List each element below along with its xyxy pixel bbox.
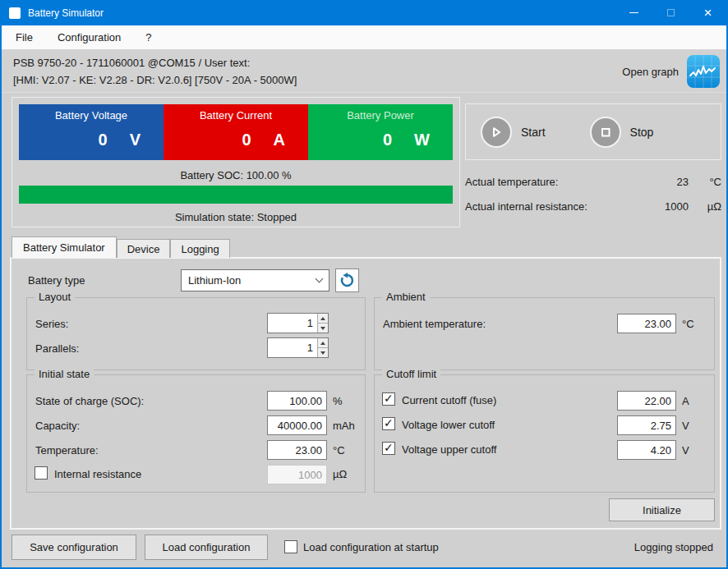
current-cutoff-unit: A bbox=[682, 395, 689, 407]
parallels-spinner bbox=[317, 338, 328, 357]
chevron-down-icon bbox=[316, 275, 324, 283]
stop-icon bbox=[598, 125, 613, 140]
battery-power-value: 0 W bbox=[308, 131, 453, 149]
refresh-battery-type-button[interactable] bbox=[335, 268, 359, 292]
internal-resistance-field bbox=[267, 465, 327, 484]
initialize-button[interactable]: Initialize bbox=[609, 498, 715, 521]
soc-input[interactable] bbox=[268, 392, 326, 410]
series-input[interactable] bbox=[268, 314, 317, 333]
battery-type-label: Battery type bbox=[28, 274, 85, 287]
actual-resistance-label: Actual internal resistance: bbox=[465, 200, 643, 213]
battery-voltage-value: 0 V bbox=[19, 131, 164, 149]
logging-status: Logging stopped bbox=[634, 541, 713, 553]
parallels-spin-up[interactable] bbox=[318, 338, 328, 347]
actual-resistance-row: Actual internal resistance: 1000 µΩ bbox=[465, 194, 721, 218]
arrow-up-icon bbox=[320, 342, 325, 345]
load-configuration-button[interactable]: Load configuration bbox=[145, 535, 268, 560]
capacity-field bbox=[267, 415, 327, 435]
open-graph-control: Open graph bbox=[622, 54, 720, 89]
device-info-line1: PSB 9750-20 - 1711060001 @COM15 / User t… bbox=[13, 54, 297, 71]
initial-state-group: Initial state State of charge (SOC): % C… bbox=[26, 374, 366, 493]
voltage-lower-cutoff-label: Voltage lower cutoff bbox=[402, 419, 495, 431]
device-info-bar: PSB 9750-20 - 1711060001 @COM15 / User t… bbox=[2, 49, 726, 93]
title-bar: Battery Simulator × bbox=[2, 0, 726, 25]
capacity-label: Capacity: bbox=[35, 420, 80, 432]
close-icon: × bbox=[704, 6, 712, 20]
actual-temperature-unit: °C bbox=[689, 176, 721, 188]
voltage-upper-cutoff-label: Voltage upper cutoff bbox=[402, 443, 496, 456]
series-spinner bbox=[317, 314, 328, 333]
stop-control[interactable]: Stop bbox=[590, 117, 654, 148]
ambient-temperature-field bbox=[617, 314, 676, 333]
series-spin-down[interactable] bbox=[318, 323, 328, 333]
menu-configuration[interactable]: Configuration bbox=[45, 25, 133, 49]
capacity-input[interactable] bbox=[268, 416, 326, 434]
arrow-down-icon bbox=[320, 327, 325, 330]
refresh-icon bbox=[339, 273, 355, 288]
soc-unit: % bbox=[333, 395, 343, 407]
current-cutoff-input[interactable] bbox=[618, 392, 675, 410]
battery-power-meter: Battery Power 0 W bbox=[308, 104, 453, 160]
voltage-upper-cutoff-unit: V bbox=[682, 444, 689, 457]
actual-temperature-row: Actual temperature: 23 °C bbox=[465, 169, 721, 194]
battery-type-select[interactable]: Lithium-Ion bbox=[181, 269, 329, 291]
parallels-spin-down[interactable] bbox=[318, 347, 328, 357]
initial-temperature-unit: °C bbox=[333, 444, 345, 457]
play-icon bbox=[489, 125, 504, 140]
voltage-upper-cutoff-field bbox=[617, 440, 676, 460]
close-button[interactable]: × bbox=[689, 0, 726, 25]
app-window: Battery Simulator × File Configuration ?… bbox=[0, 0, 728, 569]
voltage-upper-cutoff-checkbox[interactable] bbox=[382, 442, 395, 455]
parallels-field bbox=[267, 337, 329, 358]
series-field bbox=[267, 313, 329, 333]
ambient-temperature-input[interactable] bbox=[618, 314, 675, 333]
save-configuration-button[interactable]: Save configuration bbox=[12, 535, 136, 560]
actual-temperature-label: Actual temperature: bbox=[465, 176, 643, 188]
window-controls: × bbox=[615, 0, 726, 25]
battery-current-meter: Battery Current 0 A bbox=[164, 104, 308, 160]
battery-soc-label: Battery SOC: 100.00 % bbox=[19, 169, 453, 181]
start-button[interactable] bbox=[481, 117, 512, 148]
current-unit: A bbox=[274, 131, 285, 149]
load-at-startup-checkbox[interactable] bbox=[284, 540, 297, 553]
battery-voltage-title: Battery Voltage bbox=[19, 104, 164, 122]
tab-logging[interactable]: Logging bbox=[170, 239, 229, 258]
device-info: PSB 9750-20 - 1711060001 @COM15 / User t… bbox=[13, 54, 297, 89]
series-label: Series: bbox=[35, 318, 68, 330]
start-control[interactable]: Start bbox=[481, 117, 546, 148]
initial-temperature-input[interactable] bbox=[268, 441, 326, 459]
voltage-lower-cutoff-input[interactable] bbox=[618, 416, 675, 434]
stop-label: Stop bbox=[630, 126, 654, 139]
minimize-button[interactable] bbox=[615, 0, 652, 25]
tab-battery-simulator[interactable]: Battery Simulator bbox=[12, 236, 117, 258]
ambient-group: Ambient Ambient temperature: °C bbox=[374, 297, 715, 370]
power-unit: W bbox=[414, 131, 430, 149]
parallels-label: Parallels: bbox=[35, 342, 79, 355]
voltage-lower-cutoff-field bbox=[617, 415, 676, 435]
maximize-button[interactable] bbox=[652, 0, 689, 25]
graph-icon[interactable] bbox=[687, 55, 720, 88]
current-cutoff-checkbox[interactable] bbox=[382, 392, 395, 406]
current-cutoff-field bbox=[617, 391, 676, 411]
initial-state-group-title: Initial state bbox=[35, 368, 94, 380]
stop-button[interactable] bbox=[590, 117, 621, 148]
arrow-down-icon bbox=[320, 351, 325, 355]
menu-help[interactable]: ? bbox=[133, 25, 164, 49]
internal-resistance-checkbox[interactable] bbox=[35, 466, 48, 480]
battery-current-title: Battery Current bbox=[164, 104, 308, 122]
meter-row: Battery Voltage 0 V Battery Current 0 A … bbox=[19, 104, 453, 160]
load-at-startup-label: Load configuration at startup bbox=[303, 541, 439, 553]
simulation-state-label: Simulation state: Stopped bbox=[19, 211, 453, 223]
start-label: Start bbox=[521, 126, 546, 139]
voltage-lower-cutoff-checkbox[interactable] bbox=[382, 417, 395, 430]
internal-resistance-input[interactable] bbox=[268, 466, 326, 484]
tab-device[interactable]: Device bbox=[117, 239, 171, 258]
ambient-temperature-label: Ambient temperature: bbox=[383, 318, 486, 330]
actual-resistance-unit: µΩ bbox=[689, 200, 721, 213]
parallels-input[interactable] bbox=[268, 338, 317, 357]
initial-temperature-label: Temperature: bbox=[35, 444, 99, 457]
menu-file[interactable]: File bbox=[3, 25, 45, 49]
tab-strip: Battery Simulator Device Logging bbox=[12, 236, 230, 258]
voltage-upper-cutoff-input[interactable] bbox=[618, 441, 675, 459]
series-spin-up[interactable] bbox=[318, 314, 328, 323]
